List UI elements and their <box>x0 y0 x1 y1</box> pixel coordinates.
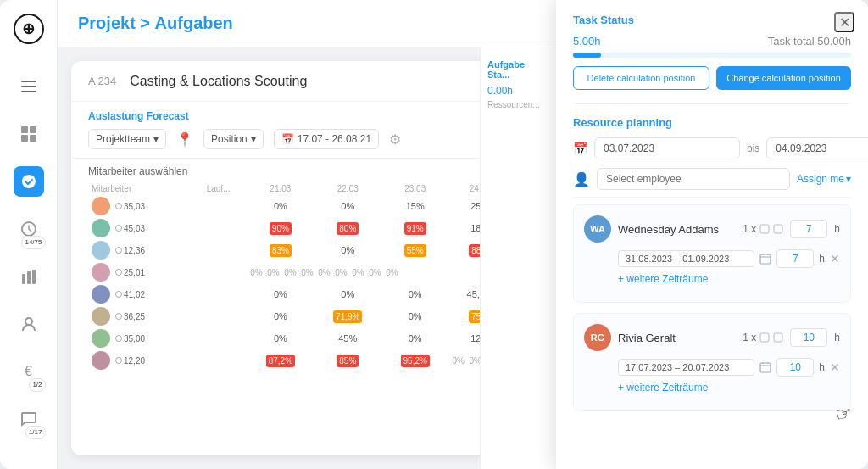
pct-cell-orange: 83% <box>247 239 314 261</box>
col-worker: Mitarbeiter <box>88 182 190 195</box>
date-from-input[interactable] <box>594 137 740 159</box>
delete-calculation-button[interactable]: Delete calculation position <box>573 66 709 90</box>
close-button[interactable]: ✕ <box>834 12 854 32</box>
lauf-cell <box>190 305 247 327</box>
sidebar-item-menu[interactable] <box>14 71 44 102</box>
task-id: A 234 <box>88 75 116 87</box>
header-static: Projekt > <box>78 14 150 32</box>
emp-multiplier-rg: 1 x <box>743 332 783 343</box>
pct-cell: 0% <box>381 327 448 349</box>
worker-avatar <box>92 351 110 370</box>
svg-rect-10 <box>27 271 31 284</box>
svg-rect-1 <box>21 86 36 87</box>
add-time-button-rg[interactable]: + weitere Zeiträume <box>584 382 840 394</box>
team-filter-chevron: ▾ <box>153 133 159 145</box>
worker-hours: 12,20 <box>115 356 145 366</box>
hours-input-rg[interactable] <box>790 328 827 347</box>
add-time-button-wa[interactable]: + weitere Zeiträume <box>584 273 840 285</box>
employee-name-wa: Wednesday Addams <box>618 223 736 236</box>
lauf-cell <box>190 327 247 349</box>
worker-hours: 35,00 <box>115 334 145 343</box>
task-status-section: Task Status 5.00h Task total 50.00h Dele… <box>573 14 851 90</box>
worker-name-cell: 36,25 <box>88 305 190 327</box>
position-filter-label: Position <box>211 133 248 145</box>
employee-row: 👤 Assign me ▾ <box>573 168 851 190</box>
header-dynamic: Aufgaben <box>155 14 233 32</box>
employee-select-input[interactable] <box>597 168 790 190</box>
sidebar-item-profile[interactable] <box>14 309 44 339</box>
svg-rect-3 <box>21 126 28 133</box>
aufgabe-status-title: Aufgabe Sta... <box>487 59 549 80</box>
lauf-cell <box>190 239 247 261</box>
date-range-rg[interactable] <box>618 359 754 376</box>
date-to-input[interactable] <box>766 137 868 159</box>
emp-multiplier-wa: 1 x <box>743 223 783 235</box>
pct-cell-red: 85% <box>314 349 381 371</box>
sidebar-item-messages[interactable]: 1/17 <box>14 404 44 434</box>
pct-cell: 0% <box>314 283 381 305</box>
hours-input-wa[interactable] <box>790 220 827 238</box>
sidebar-item-tasks[interactable] <box>14 166 44 197</box>
date-range-filter[interactable]: 📅 17.07 - 26.08.21 <box>274 129 379 149</box>
worker-avatar <box>92 307 110 326</box>
position-filter[interactable]: Position ▾ <box>203 129 264 149</box>
svg-rect-21 <box>760 225 769 233</box>
messages-badge: 1/17 <box>25 426 46 439</box>
svg-point-17 <box>116 292 122 298</box>
pct-cell: 0% <box>314 239 381 261</box>
worker-name-cell: 45,03 <box>88 217 190 239</box>
svg-point-13 <box>116 204 122 209</box>
calendar-icon: 📅 <box>573 142 587 155</box>
worker-avatar <box>92 263 110 282</box>
lauf-cell <box>190 217 247 239</box>
worker-avatar <box>92 241 110 260</box>
settings-icon[interactable]: ⚙ <box>389 131 401 148</box>
date-range-wa[interactable] <box>618 250 754 267</box>
sidebar-item-time[interactable]: 14/75 <box>14 214 44 244</box>
hours-input-rg2[interactable] <box>776 358 814 377</box>
logo[interactable]: ⊕ <box>14 14 44 44</box>
pct-cell-red: 91% <box>381 217 448 239</box>
hours-label-rg: h <box>834 332 840 343</box>
sidebar-item-dashboard[interactable] <box>14 119 44 149</box>
assign-me-chevron: ▾ <box>846 173 851 185</box>
calendar-icon: 📅 <box>281 133 294 145</box>
svg-rect-25 <box>774 333 782 342</box>
pct-cell-red: 90% <box>247 217 314 239</box>
delete-entry-rg[interactable]: ✕ <box>830 360 840 374</box>
employee-avatar-rg: RG <box>584 324 611 351</box>
worker-avatar <box>92 285 110 304</box>
svg-point-16 <box>116 270 122 276</box>
date-range-value: 17.07 - 26.08.21 <box>298 133 371 145</box>
task-status-row: 5.00h Task total 50.00h <box>573 35 851 47</box>
svg-point-14 <box>116 226 122 232</box>
svg-rect-22 <box>774 225 782 233</box>
date-entry-row-rg: h ✕ <box>584 358 840 377</box>
svg-rect-6 <box>30 135 36 142</box>
lauf-cell <box>190 261 247 283</box>
change-calculation-button[interactable]: Change calculation position <box>716 66 851 90</box>
pct-cell: 45% <box>314 327 381 349</box>
svg-point-19 <box>116 336 122 342</box>
employee-entry-wa: WA Wednesday Addams 1 x h <box>573 204 851 303</box>
worker-hours: 25,01 <box>115 268 145 277</box>
sidebar-item-reports[interactable] <box>14 261 44 292</box>
hours-label-2: h <box>819 253 825 265</box>
pct-cell: 0% <box>314 195 381 217</box>
aufgabe-status-column: Aufgabe Sta... 0.00h Ressourcen... <box>480 47 556 469</box>
svg-rect-0 <box>21 81 36 82</box>
delete-entry-wa[interactable]: ✕ <box>830 252 840 265</box>
team-filter[interactable]: Projektteam ▾ <box>88 129 166 149</box>
sidebar: ⊕ 14/75 € 1/2 <box>0 0 58 469</box>
date-entry-row-wa: h ✕ <box>584 249 840 268</box>
pct-cell-orange: 71,9% <box>314 305 381 327</box>
worker-name-cell: 35,00 <box>88 327 190 349</box>
employee-entry-header-rg: RG Rivia Geralt 1 x h <box>584 324 840 351</box>
sidebar-item-finance[interactable]: € 1/2 <box>14 356 44 387</box>
worker-name-cell: 41,02 <box>88 283 190 305</box>
assign-me-button[interactable]: Assign me ▾ <box>797 173 851 185</box>
progress-bar-container <box>573 53 851 58</box>
pct-cell: 0% <box>247 305 314 327</box>
col-23: 23.03 <box>381 182 448 195</box>
hours-input-wa2[interactable] <box>776 249 814 268</box>
